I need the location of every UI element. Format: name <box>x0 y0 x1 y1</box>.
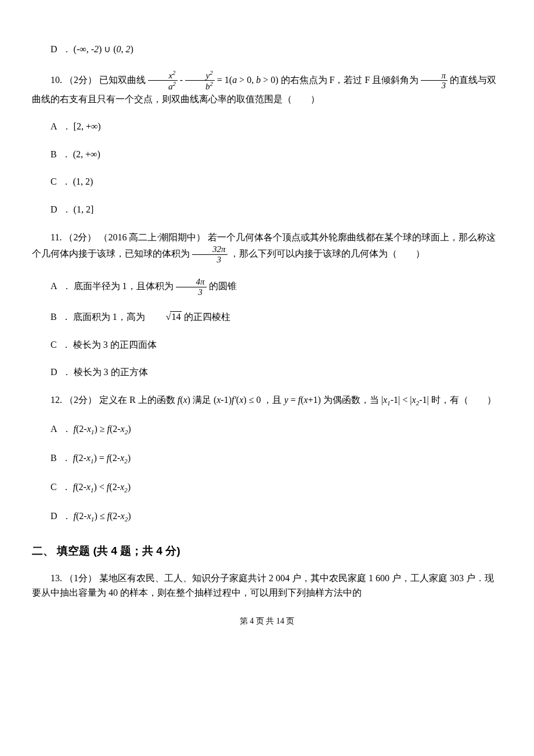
math-cond1: (x-1)f'(x) ≤ 0 <box>214 395 261 405</box>
q11-option-a: A． 底面半径为 1，且体积为 4π 3 的圆锥 <box>32 277 502 297</box>
math-yfx: y = f(x+1) <box>284 395 320 405</box>
option-label: C <box>50 482 57 492</box>
section-2-header: 二、 填空题 (共 4 题；共 4 分) <box>32 542 502 560</box>
option-expr: f(2-x1) ≤ f(2-x2) <box>74 511 131 521</box>
q-points: （2分） <box>64 232 96 242</box>
q9-option-d: D． (-∞, -2) ∪ (0, 2) <box>32 42 502 57</box>
q-number: 10. <box>50 74 62 84</box>
q-points: （1分） <box>64 573 97 583</box>
option-prefix: 底面积为 1，高为 <box>73 312 147 322</box>
question-11: 11. （2分） （2016 高二上·潮阳期中） 若一个几何体各个顶点或其外轮廓… <box>32 230 502 265</box>
option-label: D <box>50 367 57 377</box>
hyperbola-term2: y2 b2 <box>185 70 215 92</box>
q11-option-c: C． 棱长为 3 的正四面体 <box>32 337 502 352</box>
question-12: 12. （2分） 定义在 R 上的函数 f(x) 满足 (x-1)f'(x) ≤… <box>32 393 502 409</box>
q-points: （2分） <box>64 74 97 84</box>
option-label: C <box>50 177 57 186</box>
question-13: 13. （1分） 某地区有农民、工人、知识分子家庭共计 2 004 户，其中农民… <box>32 571 502 600</box>
q-text: 为偶函数，当 <box>323 395 379 405</box>
q10-option-b: B． (2, +∞) <box>32 147 502 162</box>
option-expr: (1, 2] <box>74 204 94 214</box>
question-10: 10. （2分） 已知双曲线 x2 a2 - y2 b2 = 1(a > 0, … <box>32 70 502 107</box>
math-fx: f(x) <box>178 395 190 405</box>
option-label: B <box>50 149 57 159</box>
option-suffix: 的正四棱柱 <box>184 312 230 322</box>
option-expr: (-∞, -2) ∪ (0, 2) <box>74 44 134 54</box>
option-suffix: 的圆锥 <box>209 281 237 291</box>
q10-option-a: A． [2, +∞) <box>32 119 502 134</box>
q-text: 某地区有农民、工人、知识分子家庭共计 2 004 户，其中农民家庭 1 600 … <box>32 573 494 598</box>
q11-option-b: B． 底面积为 1，高为 √14 的正四棱柱 <box>32 309 502 325</box>
option-expr: f(2-x1) = f(2-x2) <box>73 453 131 463</box>
option-label: D <box>50 204 57 214</box>
option-label: D <box>50 44 57 54</box>
option-expr: (2, +∞) <box>73 149 100 159</box>
option-expr: f(2-x1) < f(2-x2) <box>73 482 131 492</box>
option-expr: f(2-x1) ≥ f(2-x2) <box>74 424 131 434</box>
q-text: 时，有（ ） <box>431 395 496 405</box>
q-text: 的右焦点为 F，若过 F 且倾斜角为 <box>281 74 419 84</box>
q-number: 13. <box>50 573 62 583</box>
q-number: 11. <box>50 232 62 242</box>
volume-frac: 32π 3 <box>192 244 228 264</box>
cone-vol-frac: 4π 3 <box>176 277 207 297</box>
q-text: 定义在 R 上的函数 <box>99 395 175 405</box>
option-label: B <box>50 312 57 322</box>
hyperbola-term1: x2 a2 <box>148 70 178 92</box>
option-label: A <box>50 281 57 291</box>
angle-frac: π 3 <box>421 71 448 91</box>
sqrt-icon: √14 <box>147 309 182 325</box>
q-text: 已知双曲线 <box>99 74 146 84</box>
q11-option-d: D． 棱长为 3 的正方体 <box>32 365 502 380</box>
q-source: （2016 高二上·潮阳期中） <box>99 232 205 242</box>
q-text: 满足 <box>193 395 211 405</box>
option-label: A <box>50 424 57 434</box>
q12-option-a: A． f(2-x1) ≥ f(2-x2) <box>32 422 502 438</box>
option-text: 棱长为 3 的正方体 <box>74 367 148 377</box>
q10-option-c: C． (1, 2) <box>32 174 502 189</box>
q10-option-d: D． (1, 2] <box>32 202 502 217</box>
option-prefix: 底面半径为 1，且体积为 <box>74 281 176 291</box>
math-cond2: |x1-1| < |x2-1| <box>381 395 429 405</box>
option-expr: (1, 2) <box>73 177 93 186</box>
option-expr: [2, +∞) <box>74 121 101 131</box>
q12-option-c: C． f(2-x1) < f(2-x2) <box>32 480 502 496</box>
option-label: D <box>50 511 57 521</box>
q-number: 12. <box>50 395 62 405</box>
q-points: （2分） <box>64 395 97 405</box>
page-footer: 第 4 页 共 14 页 <box>32 615 502 628</box>
q-text: ，且 <box>263 395 282 405</box>
q-text: ，那么下列可以内接于该球的几何体为（ ） <box>230 249 425 258</box>
option-label: C <box>50 340 57 350</box>
eq-cond: = 1(a > 0, b > 0) <box>217 74 279 84</box>
option-label: A <box>50 121 57 131</box>
q12-option-d: D． f(2-x1) ≤ f(2-x2) <box>32 509 502 525</box>
option-label: B <box>50 453 57 463</box>
q12-option-b: B． f(2-x1) = f(2-x2) <box>32 451 502 467</box>
option-text: 棱长为 3 的正四面体 <box>73 340 157 350</box>
